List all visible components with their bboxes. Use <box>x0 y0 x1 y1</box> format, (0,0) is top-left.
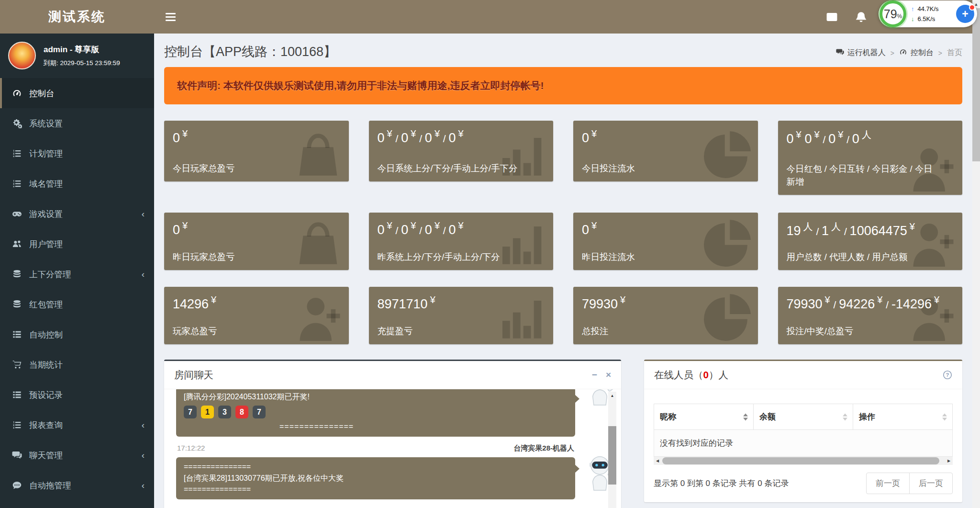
sort-icon <box>843 413 847 420</box>
sidebar-item-label: 系统设置 <box>29 118 63 129</box>
download-speed: 6.5K/s <box>918 15 935 23</box>
sidebar-item-label: 聊天管理 <box>29 450 63 461</box>
chat-scrollbar[interactable]: ▲ <box>608 392 616 508</box>
stat-box-today-player-profit: 0¥今日玩家总盈亏 <box>164 121 349 181</box>
minimize-button[interactable]: − <box>592 370 597 380</box>
sidebar-item-label: 红包管理 <box>29 299 63 310</box>
close-button[interactable]: × <box>606 370 611 380</box>
online-title: 在线人员（0）人 <box>654 368 728 382</box>
list-ol-icon <box>12 420 22 430</box>
chevron-left-icon: ‹ <box>142 450 145 461</box>
sidebar-item-report-query[interactable]: 报表查询‹ <box>0 410 154 440</box>
records-summary: 显示第 0 到第 0 条记录 共有 0 条记录 <box>654 478 789 489</box>
message-sender: 台湾宾果28-机器人 <box>513 444 574 453</box>
page-scrollbar[interactable]: ▲ ▼ <box>972 0 980 508</box>
list-ol-icon <box>12 179 22 189</box>
sidebar-item-label: 游戏设置 <box>29 208 63 220</box>
breadcrumb-label: 运行机器人 <box>847 48 886 58</box>
app-logo: 测试系统 <box>0 0 154 34</box>
sidebar-item-points-management[interactable]: 上下分管理‹ <box>0 259 154 289</box>
sidebar-item-redpacket-management[interactable]: 红包管理 <box>0 289 154 319</box>
lottery-ball: 8 <box>235 406 248 418</box>
stat-box-bet-win-profit: 79930¥ / 94226¥ / -14296¥投注/中奖/总盈亏 <box>778 287 963 344</box>
column-label: 昵称 <box>660 412 676 421</box>
scroll-right-icon[interactable]: ▶ <box>945 457 953 465</box>
breadcrumb-label: 控制台 <box>911 48 934 58</box>
chevron-left-icon: ‹ <box>142 480 145 491</box>
sidebar-item-plan-management[interactable]: 计划管理 <box>0 138 154 169</box>
sidebar-item-label: 域名管理 <box>29 178 63 190</box>
gamepad-icon <box>12 209 22 219</box>
stat-label: 今日系统上分/下分/手动上分/手下分 <box>378 162 547 175</box>
breadcrumb-item-run-robot[interactable]: 运行机器人 <box>836 48 886 58</box>
chat-scrollbar-thumb[interactable] <box>608 426 616 485</box>
progress-ring[interactable]: 79 % <box>880 0 906 27</box>
message-divider: =============== <box>279 421 568 432</box>
sidebar-item-domain-management[interactable]: 域名管理 <box>0 169 154 199</box>
notification-dot <box>969 4 975 11</box>
sidebar-item-preset-records[interactable]: 预设记录 <box>0 380 154 410</box>
column-header-nickname[interactable]: 昵称 <box>654 404 754 430</box>
stat-label: 今日玩家总盈亏 <box>173 162 342 175</box>
database-icon <box>12 269 22 279</box>
sidebar-item-auto-drag-management[interactable]: 自动拖管理‹ <box>0 470 154 500</box>
network-speeds: ↑ 44.7K/s ↓ 6.5K/s <box>911 5 951 23</box>
stat-value: 0¥ <box>582 220 749 237</box>
online-users-panel: 在线人员（0）人 ? 昵称余额操作 没有找到对应的记录 ◀ <box>644 360 962 502</box>
database-icon <box>12 299 22 309</box>
sort-icon <box>942 413 947 420</box>
main-content: 控制台【APP线路：100168】 运行机器人>控制台>首页 软件声明: 本软件… <box>154 34 972 508</box>
scroll-left-icon[interactable]: ◀ <box>654 457 661 465</box>
stat-value: 0¥ / 0¥ / 0¥ / 0¥ <box>378 220 545 237</box>
stats-row: 0¥今日玩家总盈亏0¥ / 0¥ / 0¥ / 0¥今日系统上分/下分/手动上分… <box>154 121 972 195</box>
empty-row: 没有找到对应的记录 <box>654 430 953 457</box>
message-time: 17:12:22 <box>177 444 205 453</box>
comment-dots-icon <box>12 480 22 490</box>
bell-icon[interactable] <box>855 11 867 23</box>
sidebar-item-current-stats[interactable]: 当期统计 <box>0 350 154 380</box>
scroll-down-icon[interactable]: ▼ <box>972 500 980 508</box>
sidebar-item-system-settings[interactable]: 系统设置 <box>0 108 154 138</box>
sidebar-item-agent-promotion[interactable]: 代理推广 <box>0 500 154 508</box>
breadcrumb-separator: > <box>938 49 942 57</box>
breadcrumb-item-console[interactable]: 控制台 <box>899 48 934 58</box>
horizontal-scrollbar-thumb[interactable] <box>662 457 939 464</box>
chevron-left-icon: ‹ <box>142 269 145 280</box>
column-label: 操作 <box>859 412 875 421</box>
sidebar-item-user-management[interactable]: 用户管理 <box>0 229 154 259</box>
extension-button[interactable]: + <box>956 5 974 23</box>
sidebar-item-console[interactable]: 控制台 <box>0 78 154 108</box>
header-icons <box>826 0 867 34</box>
sort-icon <box>743 413 748 420</box>
percent-sign: % <box>897 13 902 20</box>
lottery-ball: 7 <box>184 406 197 418</box>
help-icon[interactable]: ? <box>943 370 952 380</box>
page-title: 控制台【APP线路：100168】 <box>164 43 336 60</box>
sidebar-item-auto-control[interactable]: 自动控制 <box>0 319 154 350</box>
message-text: [腾讯分分彩]202405311032期已开奖! <box>184 391 568 402</box>
page-scrollbar-thumb[interactable] <box>972 8 980 161</box>
scroll-up-icon[interactable]: ▲ <box>608 392 616 399</box>
stat-value: 0¥ <box>173 220 340 237</box>
hamburger-menu-button[interactable] <box>166 11 176 23</box>
empty-message: 没有找到对应的记录 <box>654 430 953 457</box>
sidebar-item-game-settings[interactable]: 游戏设置‹ <box>0 199 154 229</box>
stat-value: 0¥ <box>582 128 749 146</box>
stat-box-player-total-profit: 14296¥玩家总盈亏 <box>164 287 349 344</box>
sidebar-item-chat-management[interactable]: 聊天管理‹ <box>0 440 154 470</box>
column-header-action[interactable]: 操作 <box>853 404 952 430</box>
stat-value: 14296¥ <box>173 294 340 312</box>
prev-page-button[interactable]: 前一页 <box>866 473 910 494</box>
column-header-balance[interactable]: 余额 <box>753 404 853 430</box>
stats-row: 0¥昨日玩家总盈亏0¥ / 0¥ / 0¥ / 0¥昨系统上分/下分/手动上分/… <box>154 213 972 270</box>
horizontal-scrollbar[interactable]: ◀ ▶ <box>654 457 953 465</box>
sidebar-item-label: 自动控制 <box>29 329 63 340</box>
user-panel: admin - 尊享版 到期: 2029-05-15 23:59:59 <box>0 34 154 78</box>
stat-box-total-bet: 79930¥总投注 <box>573 287 758 344</box>
stat-value: 79930¥ / 94226¥ / -14296¥ <box>787 294 954 312</box>
breadcrumb-label: 首页 <box>947 48 962 58</box>
download-arrow-icon: ↓ <box>911 15 914 23</box>
stat-label: 总投注 <box>582 325 751 338</box>
next-page-button[interactable]: 后一页 <box>909 473 953 494</box>
envelope-icon[interactable] <box>826 11 838 23</box>
